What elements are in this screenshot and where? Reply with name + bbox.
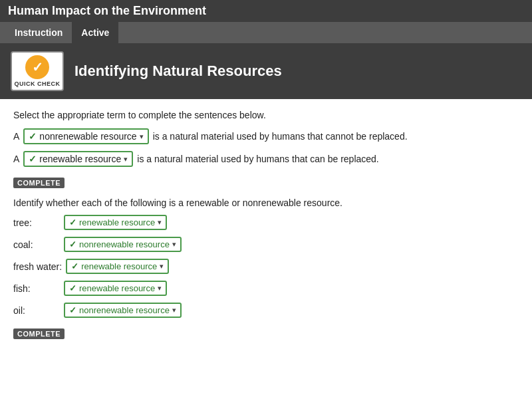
- resource-selected-1: nonrenewable resource: [79, 239, 170, 249]
- sentence1-prefix: A: [13, 131, 19, 142]
- sentence1-dropdown[interactable]: ✓ nonrenewable resource ▾: [23, 128, 148, 144]
- dropdown-arrow-res-2: ▾: [160, 262, 164, 271]
- resource-dropdown-0[interactable]: ✓renewable resource▾: [64, 215, 167, 230]
- sentence2-prefix: A: [13, 154, 19, 164]
- resource-selected-4: nonrenewable resource: [79, 305, 170, 315]
- resource-label-0: tree:: [13, 217, 60, 228]
- sentence-row-2: A ✓ renewable resource ▾ is a natural ma…: [13, 151, 519, 167]
- resource-dropdown-3[interactable]: ✓renewable resource▾: [64, 281, 167, 296]
- page-title: Human Impact on the Environment: [0, 0, 532, 22]
- resource-row-1: coal:✓nonrenewable resource▾: [13, 237, 519, 252]
- dropdown-arrow-res-0: ▾: [158, 218, 162, 227]
- resource-label-4: oil:: [13, 305, 60, 316]
- quick-check-banner: ✓ QUICK CHECK Identifying Natural Resour…: [0, 43, 532, 99]
- instructions-text: Select the appropriate term to complete …: [13, 110, 519, 120]
- resource-label-3: fish:: [13, 283, 60, 294]
- dropdown-arrow-2: ▾: [124, 155, 128, 164]
- resource-row-0: tree:✓renewable resource▾: [13, 215, 519, 230]
- checkmark-icon-res-3: ✓: [69, 283, 76, 293]
- sentence2-suffix: is a natural material used by humans tha…: [137, 154, 378, 164]
- resource-label-2: fresh water:: [13, 261, 62, 272]
- checkmark-icon-res-1: ✓: [69, 239, 76, 249]
- resource-row-2: fresh water:✓renewable resource▾: [13, 259, 519, 274]
- tab-instruction[interactable]: Instruction: [5, 22, 72, 43]
- quick-check-title: Identifying Natural Resources: [74, 63, 282, 80]
- header-title: Human Impact on the Environment: [8, 4, 206, 17]
- tab-active[interactable]: Active: [72, 22, 118, 43]
- resource-list: tree:✓renewable resource▾coal:✓nonrenewa…: [13, 215, 519, 318]
- resource-row-4: oil:✓nonrenewable resource▾: [13, 303, 519, 318]
- resource-selected-3: renewable resource: [79, 283, 155, 293]
- dropdown-arrow-res-1: ▾: [172, 240, 176, 249]
- sentence-row-1: A ✓ nonrenewable resource ▾ is a natural…: [13, 128, 519, 144]
- resource-dropdown-1[interactable]: ✓nonrenewable resource▾: [64, 237, 182, 252]
- dropdown-arrow-res-3: ▾: [158, 284, 162, 293]
- resource-label-1: coal:: [13, 239, 60, 250]
- resource-row-3: fish:✓renewable resource▾: [13, 281, 519, 296]
- resource-dropdown-4[interactable]: ✓nonrenewable resource▾: [64, 303, 182, 318]
- section2-instruction: Identify whether each of the following i…: [13, 197, 519, 208]
- resource-selected-2: renewable resource: [81, 261, 157, 271]
- dropdown-arrow-1: ▾: [140, 132, 144, 141]
- tab-bar: Instruction Active: [0, 22, 532, 43]
- checkmark-icon-res-4: ✓: [69, 305, 76, 315]
- complete-badge-1: COMPLETE: [13, 178, 65, 188]
- dropdown-arrow-res-4: ▾: [172, 306, 176, 315]
- resource-dropdown-2[interactable]: ✓renewable resource▾: [66, 259, 169, 274]
- sentence1-selected: nonrenewable resource: [39, 131, 136, 142]
- sentence2-selected: renewable resource: [39, 154, 121, 164]
- checkmark-icon-1: ✓: [29, 131, 37, 142]
- main-content: Select the appropriate term to complete …: [0, 99, 532, 359]
- quick-check-logo: ✓ QUICK CHECK: [11, 51, 64, 91]
- complete-badge-2: COMPLETE: [13, 328, 65, 339]
- checkmark-icon-res-0: ✓: [69, 217, 76, 227]
- sentence2-dropdown[interactable]: ✓ renewable resource ▾: [23, 151, 133, 167]
- checkmark-icon-2: ✓: [29, 154, 37, 164]
- checkmark-icon-res-2: ✓: [71, 261, 78, 271]
- sentence1-suffix: is a natural material used by humans tha…: [153, 131, 408, 142]
- quick-check-label: QUICK CHECK: [14, 80, 60, 87]
- resource-selected-0: renewable resource: [79, 217, 155, 227]
- check-circle-icon: ✓: [25, 55, 49, 79]
